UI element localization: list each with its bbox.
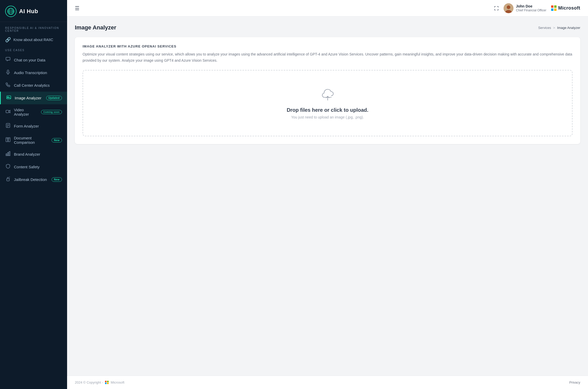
ms-grid-icon bbox=[551, 5, 557, 11]
footer-left: 2024 © Copyright - Microsoft bbox=[75, 380, 124, 384]
use-cases-section-label: USE CASES bbox=[0, 45, 67, 54]
main-card: IMAGE ANALYZER WITH AZURE OPENAI SERVICE… bbox=[75, 37, 580, 144]
upload-area[interactable]: Drop files here or click to upload. You … bbox=[83, 70, 573, 136]
microsoft-logo: Microsoft bbox=[551, 5, 581, 11]
footer-copyright: 2024 © Copyright - bbox=[75, 380, 103, 384]
sidebar-items-container: Chat on your DataAudio TranscriptionCall… bbox=[0, 54, 67, 186]
upload-sub-text: You just need to upload an image (.jpg, … bbox=[291, 115, 364, 119]
sidebar-item-label-document: Document Comparison bbox=[14, 136, 49, 145]
sidebar-item-video[interactable]: Video AnalyzerComing soon bbox=[0, 104, 67, 120]
svg-rect-22 bbox=[7, 179, 9, 181]
svg-rect-16 bbox=[8, 138, 10, 142]
hamburger-button[interactable]: ☰ bbox=[75, 5, 79, 11]
audio-icon bbox=[5, 70, 11, 76]
footer: 2024 © Copyright - Microsoft Privacy bbox=[67, 376, 588, 389]
document-icon bbox=[5, 137, 11, 143]
breadcrumb: Services > Image Analyzer bbox=[538, 26, 580, 30]
footer-ms-icon bbox=[105, 381, 109, 384]
user-title: Chief Financial Officer bbox=[516, 9, 546, 12]
sidebar-item-safety[interactable]: Content Safety bbox=[0, 161, 67, 173]
upload-cloud-icon bbox=[320, 87, 335, 102]
svg-line-23 bbox=[9, 177, 10, 177]
header-right: John Doe Chief Financial Officer Microso… bbox=[494, 3, 580, 13]
header: ☰ John Doe Chief Financial Offic bbox=[67, 0, 588, 17]
svg-rect-21 bbox=[9, 152, 10, 156]
svg-rect-15 bbox=[6, 138, 8, 142]
sidebar-item-brand[interactable]: Brand Analyzer bbox=[0, 148, 67, 161]
breadcrumb-current: Image Analyzer bbox=[557, 26, 580, 30]
logo-text: AI Hub bbox=[19, 8, 38, 15]
safety-icon bbox=[5, 164, 11, 170]
sidebar-item-document[interactable]: Document ComparisonNew bbox=[0, 132, 67, 148]
sidebar-item-audio[interactable]: Audio Transcription bbox=[0, 66, 67, 79]
badge-image: Updated bbox=[46, 96, 62, 100]
content-area: Image Analyzer Services > Image Analyzer… bbox=[67, 17, 588, 376]
sidebar-item-label-video: Video Analyzer bbox=[14, 108, 38, 116]
brand-icon bbox=[5, 151, 11, 157]
jailbreak-icon bbox=[5, 177, 11, 182]
user-details: John Doe Chief Financial Officer bbox=[516, 4, 546, 12]
microsoft-text: Microsoft bbox=[558, 5, 581, 11]
main-area: ☰ John Doe Chief Financial Offic bbox=[67, 0, 588, 389]
user-name: John Doe bbox=[516, 4, 546, 9]
footer-privacy-link[interactable]: Privacy bbox=[569, 380, 580, 384]
sidebar-item-label-brand: Brand Analyzer bbox=[14, 152, 62, 156]
svg-rect-19 bbox=[6, 154, 7, 156]
raiic-label: Know about about RAIIC bbox=[13, 38, 53, 42]
page-header: Image Analyzer Services > Image Analyzer bbox=[75, 24, 580, 31]
sidebar-item-label-audio: Audio Transcription bbox=[14, 70, 62, 75]
page-title: Image Analyzer bbox=[75, 24, 116, 31]
sidebar-item-label-form: Form Analyzer bbox=[14, 124, 62, 128]
svg-point-26 bbox=[507, 5, 510, 9]
svg-rect-10 bbox=[6, 110, 9, 113]
breadcrumb-services[interactable]: Services bbox=[538, 26, 551, 30]
form-icon bbox=[5, 123, 11, 129]
badge-document: New bbox=[52, 138, 62, 142]
video-icon bbox=[5, 109, 11, 115]
sidebar-item-label-chat: Chat on your Data bbox=[14, 58, 62, 62]
fullscreen-button[interactable] bbox=[494, 6, 499, 11]
link-icon: 🔗 bbox=[5, 37, 11, 43]
svg-line-24 bbox=[9, 178, 10, 178]
sidebar-item-image[interactable]: Image AnalyzerUpdated bbox=[0, 92, 67, 104]
sidebar-item-raiic[interactable]: 🔗 Know about about RAIIC bbox=[0, 34, 67, 45]
sidebar-item-label-callcenter: Call Center Analytics bbox=[14, 83, 62, 88]
card-description: Optimize your visual content strategies … bbox=[83, 51, 573, 64]
sidebar: AI Hub RESPONSIBLE AI & INNOVATION CENTE… bbox=[0, 0, 67, 389]
header-left: ☰ bbox=[75, 5, 79, 11]
sidebar-item-form[interactable]: Form Analyzer bbox=[0, 120, 67, 132]
svg-rect-4 bbox=[6, 57, 10, 60]
badge-video: Coming soon bbox=[41, 110, 62, 114]
sidebar-item-label-safety: Content Safety bbox=[14, 165, 62, 169]
logo-icon bbox=[5, 6, 17, 17]
chat-icon bbox=[5, 57, 11, 63]
sidebar-logo: AI Hub bbox=[0, 0, 67, 22]
sidebar-item-jailbreak[interactable]: Jailbreak DetectionNew bbox=[0, 173, 67, 186]
sidebar-item-label-image: Image Analyzer bbox=[15, 96, 43, 100]
upload-main-text: Drop files here or click to upload. bbox=[287, 107, 368, 113]
sidebar-item-label-jailbreak: Jailbreak Detection bbox=[14, 177, 49, 182]
avatar bbox=[504, 3, 513, 13]
breadcrumb-separator: > bbox=[553, 26, 555, 30]
callcenter-icon bbox=[5, 82, 11, 88]
raiic-section-label: RESPONSIBLE AI & INNOVATION CENTER bbox=[0, 22, 67, 34]
svg-rect-5 bbox=[7, 70, 9, 72]
footer-microsoft-text: Microsoft bbox=[111, 380, 124, 384]
sidebar-item-chat[interactable]: Chat on your Data bbox=[0, 54, 67, 66]
image-icon bbox=[6, 95, 12, 101]
badge-jailbreak: New bbox=[52, 177, 62, 182]
user-info[interactable]: John Doe Chief Financial Officer bbox=[504, 3, 546, 13]
sidebar-item-callcenter[interactable]: Call Center Analytics bbox=[0, 79, 67, 92]
svg-rect-20 bbox=[7, 153, 9, 156]
card-heading: IMAGE ANALYZER WITH AZURE OPENAI SERVICE… bbox=[83, 44, 573, 48]
